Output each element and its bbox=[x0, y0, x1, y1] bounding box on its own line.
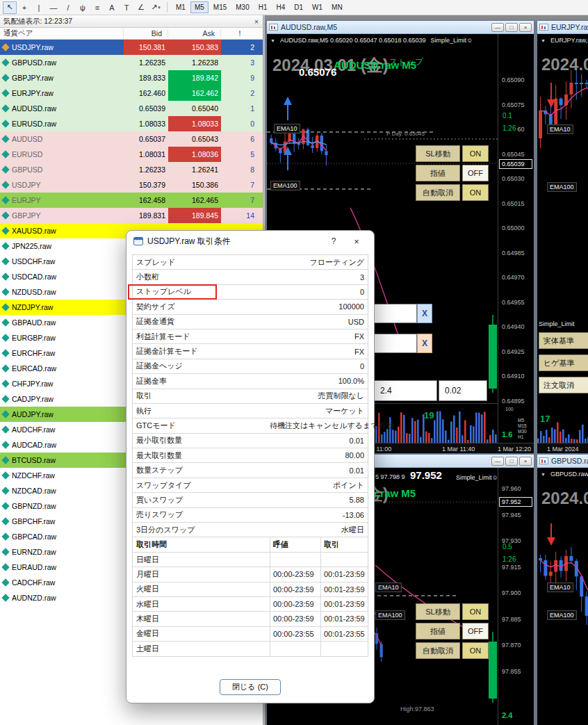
timeframe-mn-button[interactable]: MN bbox=[327, 1, 347, 13]
spec-label: スプレッド bbox=[133, 257, 270, 268]
crosshair-tool[interactable]: + bbox=[17, 1, 31, 14]
market-watch-row[interactable]: AUDUSD0.650370.650436 bbox=[0, 131, 263, 147]
market-watch-row[interactable]: AUDUSD.raw0.650390.650401 bbox=[0, 101, 263, 116]
price-axis-label: 97.870 bbox=[502, 642, 521, 649]
fibonacci-retracement-tool[interactable]: ≡ bbox=[90, 1, 104, 14]
column-header-alert[interactable]: ! bbox=[221, 29, 259, 38]
market-watch-row[interactable]: EURJPY.raw162.460162.4622 bbox=[0, 85, 263, 101]
timeframe-m15-button[interactable]: M15 bbox=[209, 1, 231, 13]
hud-state-button[interactable]: OFF bbox=[462, 165, 489, 181]
price-axis[interactable]: 0.1 1:26 0.65039 100 M5M15M30H1 1.6 0.65… bbox=[498, 34, 534, 443]
close-button[interactable]: × bbox=[519, 23, 532, 32]
timeframe-m1-button[interactable]: M1 bbox=[172, 1, 190, 13]
symbol-name: AUDUSD.raw bbox=[12, 104, 56, 113]
hud-state-button[interactable]: ON bbox=[462, 603, 489, 620]
hud-state-button[interactable]: OFF bbox=[462, 623, 489, 640]
market-watch-row[interactable]: EURJPY162.458162.4657 bbox=[0, 193, 263, 208]
column-header-ask[interactable]: Ask bbox=[168, 29, 221, 38]
timeframe-h1-button[interactable]: H1 bbox=[254, 1, 272, 13]
spec-row: 3日分のスワップ水曜日 bbox=[133, 523, 368, 537]
buy-arrow-icon bbox=[284, 97, 292, 105]
cancel-order-button[interactable]: X bbox=[417, 334, 432, 353]
column-header-bid[interactable]: Bid bbox=[124, 29, 168, 38]
hours-row: 月曜日00:00-23:5900:01-23:59 bbox=[133, 567, 368, 582]
symbol-name: EURJPY bbox=[12, 196, 40, 204]
restore-button[interactable]: □ bbox=[505, 457, 518, 466]
hud-state-button[interactable]: ON bbox=[462, 642, 489, 659]
hud-label-button[interactable]: 指値 bbox=[416, 623, 460, 640]
symbol-icon bbox=[1, 257, 9, 265]
market-watch-row[interactable]: GBPUSD1.262331.262418 bbox=[0, 162, 263, 177]
panel-button[interactable]: 実体基準 bbox=[539, 332, 588, 349]
alert-count: 1 bbox=[221, 101, 259, 116]
timeframe-d1-button[interactable]: D1 bbox=[290, 1, 307, 13]
market-watch-row[interactable]: USDJPY.raw150.381150.3832 bbox=[0, 40, 263, 55]
andrews-pitchfork-tool[interactable]: ψ bbox=[76, 1, 90, 14]
timeframe-m30-button[interactable]: M30 bbox=[231, 1, 253, 13]
window-titlebar[interactable]: AUDUSD.raw,M5 — □ × bbox=[267, 21, 534, 34]
hud-label-button[interactable]: SL移動 bbox=[416, 603, 460, 620]
text-tool[interactable]: A bbox=[105, 1, 119, 14]
panel-button[interactable]: ヒゲ基準 bbox=[539, 355, 588, 371]
panel-button[interactable]: 注文取消 bbox=[539, 377, 588, 393]
spec-label: 利益計算モード bbox=[133, 332, 270, 342]
symbol-name: EURCHF.raw bbox=[12, 349, 55, 357]
chart-canvas[interactable]: ▼ GBPUSD.raw,M5 2024.03.01 (金) EMA10 EMA… bbox=[537, 468, 588, 725]
chart-window-gbpusd[interactable]: GBPUSD.raw,M5 ▼ GBPUSD.raw,M5 2024.03.01… bbox=[537, 454, 588, 725]
market-watch-row[interactable]: GBPJPY.raw189.833189.8429 bbox=[0, 70, 263, 85]
symbol-dropdown-icon[interactable]: ▼ bbox=[541, 38, 546, 43]
arrow-objects-tool[interactable]: ↗▾ bbox=[149, 1, 163, 14]
market-watch-row[interactable]: GBPUSD.raw1.262351.262383 bbox=[0, 55, 263, 70]
price-axis-label: 0.65090 bbox=[502, 76, 525, 83]
minimize-button[interactable]: — bbox=[491, 457, 504, 466]
hud-label-button[interactable]: SL移動 bbox=[416, 145, 460, 162]
column-header-symbol[interactable]: 通貨ペア bbox=[0, 28, 124, 38]
angle-tool-tool[interactable]: ∠ bbox=[134, 1, 148, 14]
symbol-name: CADCHF.raw bbox=[12, 578, 55, 587]
hud-label-button[interactable]: 自動取消 bbox=[416, 642, 460, 659]
price-axis-label: 0.65015 bbox=[502, 200, 525, 207]
close-dialog-button[interactable]: 閉じる (C) bbox=[220, 679, 281, 695]
window-titlebar[interactable]: GBPUSD.raw,M5 bbox=[537, 455, 588, 468]
ohlc-line: ▼ GBPUSD.raw,M5 bbox=[541, 471, 588, 478]
dialog-close-icon[interactable]: × bbox=[346, 236, 367, 247]
timeframe-w1-button[interactable]: W1 bbox=[308, 1, 327, 13]
hud-label-button[interactable]: 自動取消 bbox=[416, 184, 460, 201]
window-titlebar[interactable]: EURJPY.raw,M5 bbox=[537, 21, 588, 34]
symbol-dropdown-icon[interactable]: ▼ bbox=[541, 472, 546, 477]
minimize-button[interactable]: — bbox=[491, 23, 504, 32]
chart-icon bbox=[269, 24, 278, 31]
help-button[interactable]: ? bbox=[325, 236, 342, 246]
timeframe-m5-button[interactable]: M5 bbox=[190, 1, 209, 13]
timeframe-h4-button[interactable]: H4 bbox=[272, 1, 290, 13]
chart-canvas[interactable]: ▼ EURJPY.raw,M5 2024.03.01 (金) EMA10 EMA… bbox=[537, 34, 588, 453]
cursor-tool[interactable]: ↖ bbox=[3, 1, 17, 14]
quote-hours: 00:00-23:59 bbox=[270, 567, 320, 581]
close-button[interactable]: × bbox=[519, 457, 532, 466]
time-axis[interactable]: 1 Mar 2024 bbox=[537, 443, 588, 453]
hud-state-button[interactable]: ON bbox=[462, 145, 489, 162]
horizontal-line-tool[interactable]: — bbox=[47, 1, 60, 14]
chart-window-eurjpy[interactable]: EURJPY.raw,M5 ▼ EURJPY.raw,M5 2024.03.01… bbox=[537, 20, 588, 454]
market-watch-close-icon[interactable]: × bbox=[250, 17, 263, 26]
market-watch-row[interactable]: EURUSD.raw1.080331.080330 bbox=[0, 116, 263, 131]
hud-label-button[interactable]: 指値 bbox=[416, 165, 460, 181]
trendline-tool[interactable]: / bbox=[61, 1, 75, 14]
market-watch-row[interactable]: USDJPY150.379150.3867 bbox=[0, 177, 263, 193]
market-watch-row[interactable]: EURUSD1.080311.080365 bbox=[0, 147, 263, 162]
symbol-dropdown-icon[interactable]: ▼ bbox=[270, 38, 275, 43]
market-watch-header: 気配値表示: 12:23:37 × bbox=[0, 15, 263, 28]
cancel-order-button[interactable]: X bbox=[417, 304, 432, 323]
alert-count: 8 bbox=[221, 162, 259, 177]
restore-button[interactable]: □ bbox=[505, 23, 518, 32]
spec-label: 証拠金通貨 bbox=[133, 316, 270, 327]
hud-state-button[interactable]: ON bbox=[462, 184, 489, 201]
price-axis[interactable]: 97.952 0.5 1:26 2.4 97.96097.94597.93097… bbox=[498, 468, 534, 725]
dialog-titlebar[interactable]: USDJPY.raw 取引条件 ? × bbox=[126, 231, 374, 252]
market-watch-row[interactable]: GBPJPY189.831189.84514 bbox=[0, 208, 263, 223]
vertical-line-tool[interactable]: | bbox=[32, 1, 46, 14]
spec-table: スプレッドフローティング小数桁3ストップレベル0契約サイズ100000証拠金通貨… bbox=[132, 254, 368, 657]
text-label-tool[interactable]: T bbox=[120, 1, 133, 14]
spec-row: 執行マーケット bbox=[133, 404, 368, 418]
panel-value-box[interactable]: 0.02 bbox=[439, 380, 487, 401]
